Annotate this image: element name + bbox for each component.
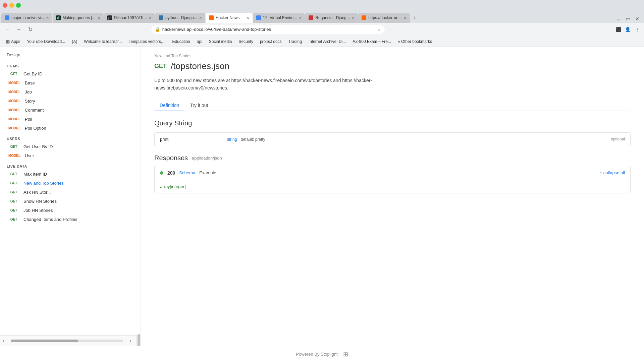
tab-8-close[interactable]: × [404,15,407,20]
footer-icon[interactable]: ⊞ [343,351,348,358]
bookmark-security[interactable]: Security [236,39,256,45]
tab-2-close[interactable]: × [97,15,100,20]
page-footer: Powered By Stoplight ⊞ [0,346,644,362]
tab-5[interactable]: Hacker News × [206,13,253,23]
item-label: Get User By ID [23,144,53,149]
tab-3[interactable]: gh Dilshan1997/VTr... × [104,13,155,23]
sidebar-item-base[interactable]: MODEL Base [0,78,141,87]
bookmark-trading[interactable]: Trading [286,39,305,45]
tab-4-favicon [159,15,163,20]
status-dot-green [160,171,163,175]
status-code: 200 [167,170,175,176]
method-badge: MODEL [7,99,22,103]
more-button[interactable]: ⋮ [633,25,641,34]
breadcrumb: New and Top Stories [154,54,631,58]
restore-button[interactable]: ▭ [624,15,632,23]
scroll-left-arrow[interactable]: ‹ [0,338,7,344]
sidebar-item-get-user[interactable]: GET Get User By ID [0,142,141,151]
bookmark-internet-archive[interactable]: Internet Archive: Di... [306,39,348,45]
sidebar-item-story[interactable]: MODEL Story [0,97,141,106]
sidebar-design-item[interactable]: Design [0,50,141,60]
tab-try-it-out[interactable]: Try it out [184,100,213,111]
tab-6[interactable]: 12. Virtual Enviro... × [253,13,305,23]
item-label: User [25,153,34,158]
sidebar-item-max-item-id[interactable]: GET Max Item ID [0,170,141,179]
az900-label: AZ-900 Exam – Fre... [353,39,391,44]
title-bar [0,0,644,11]
http-method-badge: GET [154,63,167,70]
tab-7[interactable]: Requests - Djang... × [305,13,358,23]
sidebar-item-job[interactable]: MODEL Job [0,87,141,97]
sidebar-item-get-by-id[interactable]: GET Get By ID [0,69,141,78]
tab-bar: major in universi... × dj Making queries… [0,11,644,23]
sidebar-item-comment[interactable]: MODEL Comment [0,106,141,115]
back-button[interactable]: ← [3,25,12,34]
sidebar-item-user[interactable]: MODEL User [0,151,141,160]
response-schema-type: array[integer] [160,184,186,189]
forward-button[interactable]: → [14,25,23,34]
bookmark-project-docs[interactable]: project docs [257,39,284,45]
sidebar-item-job-hn[interactable]: GET Job HN Stories [0,206,141,215]
bookmark-apps[interactable]: ▦ Apps [3,39,23,45]
scrollbar-track[interactable] [11,340,123,342]
responses-title: Responses [154,154,188,162]
bookmark-youtube[interactable]: YouTube Download... [24,39,68,45]
tab-1-close[interactable]: × [46,15,49,20]
tab-2[interactable]: dj Making queries |... × [53,13,104,23]
sidebar-item-new-top-stories[interactable]: GET New and Top Stories [0,179,141,188]
bookmark-api[interactable]: api [194,39,205,45]
method-badge: GET [7,190,21,194]
tab-8[interactable]: https://hacker-ne... × [358,13,410,23]
item-label: Job HN Stories [23,208,53,213]
bookmark-az900[interactable]: AZ-900 Exam – Fre... [350,39,394,45]
minimize-button[interactable] [9,3,14,8]
sidebar-item-poll-option[interactable]: MODEL Poll Option [0,124,141,133]
content-tab-nav: Definition Try it out [154,100,631,111]
sidebar-item-poll[interactable]: MODEL Poll [0,115,141,124]
query-param-type: string default: pretty [227,137,265,142]
bookmark-social[interactable]: Social media [206,39,235,45]
close-button[interactable] [3,3,7,8]
sidebar-item-ask-hn[interactable]: GET Ask HN Stor... New and Top Stories [0,188,141,197]
tab-4-close[interactable]: × [199,15,202,20]
collapse-all-button[interactable]: ↕ collapse all [600,170,625,175]
tab-1[interactable]: major in universi... × [1,13,52,23]
tab-3-close[interactable]: × [149,15,152,20]
tab-7-close[interactable]: × [352,15,355,20]
scroll-right-arrow[interactable]: › [127,338,134,344]
tab-overflow-button[interactable]: ⌄ [614,15,623,23]
tab-4[interactable]: python - Django... × [155,13,205,23]
profile-button[interactable]: 👤 [624,25,632,34]
window-close-button[interactable]: ✕ [633,15,641,23]
tab-definition[interactable]: Definition [154,100,184,111]
item-label: Changed Items and Profiles [23,217,77,222]
query-param-name: print [160,137,227,142]
bookmark-star-icon[interactable]: ☆ [377,27,381,32]
sidebar-section-items: ITEMS [0,60,141,69]
bookmark-other[interactable]: » Other bookmarks [395,39,435,45]
bookmark-a[interactable]: (A) [69,39,80,45]
response-body: array[integer] [155,180,630,193]
apps-favicon: ▦ [6,39,10,44]
address-bar[interactable]: 🔒 hackernews.api-docs.io/v0/live-data/ne… [151,25,385,34]
tab-6-close[interactable]: × [299,15,302,20]
bookmark-education[interactable]: Education [169,39,193,45]
tab-5-close[interactable]: × [247,15,249,20]
method-badge: MODEL [7,108,22,112]
maximize-button[interactable] [16,3,21,8]
sidebar-item-changed-items[interactable]: GET Changed Items and Profiles [0,215,141,224]
new-tab-button[interactable]: + [410,13,420,23]
bookmark-learn[interactable]: Welcome to learn.fr... [81,39,124,45]
extensions-button[interactable]: ⬛ [614,25,623,34]
tab-3-favicon: gh [107,15,112,20]
tab-2-label: Making queries |... [63,15,96,20]
schema-link[interactable]: Schema [179,170,195,175]
a-label: (A) [72,39,77,44]
method-badge: GET [7,217,21,222]
bookmark-templates[interactable]: Templates vectors,... [126,39,168,45]
responses-header: Responses application/json [154,154,631,162]
reload-button[interactable]: ↻ [25,25,35,34]
learn-label: Welcome to learn.fr... [84,39,122,44]
example-link[interactable]: Example [199,170,216,175]
sidebar-item-show-hn[interactable]: GET Show HN Stories [0,197,141,206]
